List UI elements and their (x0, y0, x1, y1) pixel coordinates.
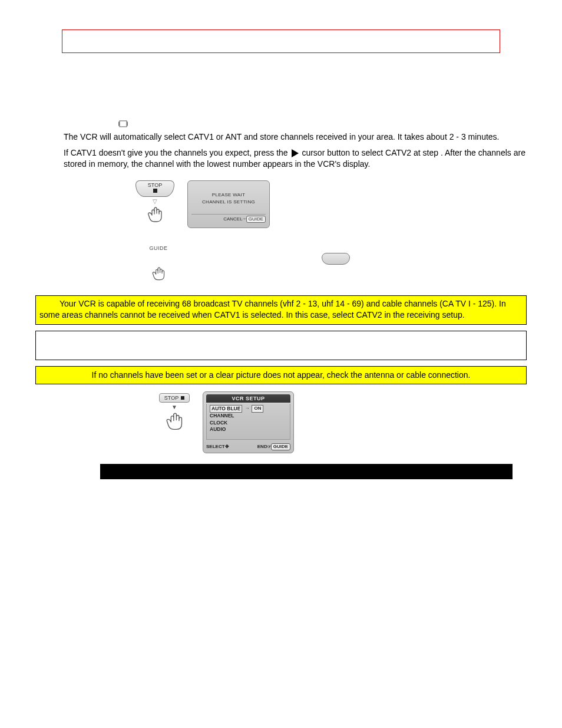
setup-row-channel: CHANNEL (209, 413, 288, 419)
svg-rect-2 (127, 122, 128, 126)
figure-row-stop-setup: STOP ▼ VCR SETUP AUTO BLUE (159, 391, 527, 454)
down-arrow-icon-2: ▼ (159, 403, 190, 411)
setup-row-autoblue: AUTO BLUE → ON (209, 405, 288, 413)
body-text-block: The VCR will automatically select CATV1 … (64, 131, 527, 170)
setup-row-audio: AUDIO (209, 426, 288, 433)
setup-row-autoblue-value: ON (252, 405, 263, 413)
cursor-right-icon (290, 148, 300, 159)
document-page: The VCR will automatically select CATV1 … (0, 0, 562, 526)
stop-button-label-2: STOP (164, 394, 178, 401)
note-yellow-1-text: Your VCR is capable of receiving 68 broa… (39, 298, 523, 321)
note-yellow-2-text: If no channels have been set or a clear … (92, 370, 471, 380)
setup-row-clock: CLOCK (209, 420, 288, 426)
lcd-divider (191, 214, 266, 215)
stop-button-icon-2: STOP (159, 393, 190, 403)
press-hand-icon-2 (151, 266, 166, 283)
note-yellow-2: If no channels have been set or a clear … (35, 366, 527, 384)
lcd-footer: CANCEL☞GUIDE (191, 216, 266, 223)
setup-footer-end: END (257, 444, 267, 449)
setup-body: AUTO BLUE → ON CHANNEL CLOCK AUDIO (206, 404, 290, 440)
svg-rect-0 (120, 121, 127, 127)
paragraph-2: If CATV1 doesn't give you the channels y… (64, 147, 527, 170)
note-empty-box (35, 331, 527, 360)
lcd-line-2: CHANNEL IS SETTING (191, 199, 266, 206)
svg-marker-3 (292, 149, 299, 157)
setup-footer-select: SELECT (206, 444, 225, 449)
stop-button-figure: STOP ▽ (135, 180, 174, 228)
stop-square-glyph (153, 189, 157, 193)
stop-square-icon (118, 120, 128, 128)
header-red-box (62, 29, 500, 53)
lcd-screen-figure: PLEASE WAIT CHANNEL IS SETTING CANCEL☞GU… (187, 180, 270, 228)
stop-square-glyph-2 (181, 396, 184, 400)
press-hand-icon-3 (164, 411, 184, 434)
down-arrow-icon: ▽ (135, 197, 174, 206)
press-hand-icon (146, 206, 164, 225)
paragraph-1: The VCR will automatically select CATV1 … (64, 131, 527, 143)
svg-rect-1 (118, 122, 120, 126)
setup-row-autoblue-label: AUTO BLUE (210, 405, 242, 413)
stop-button-figure-2: STOP ▼ (159, 391, 190, 437)
setup-title: VCR SETUP (206, 394, 290, 403)
setup-footer: SELECT✥ END☞GUIDE (206, 443, 290, 451)
lcd-footer-cancel: CANCEL (223, 216, 242, 222)
square-marker-row (118, 118, 527, 129)
footer-black-band (100, 464, 513, 479)
stop-button-label: STOP (140, 183, 170, 188)
vcr-setup-screen: VCR SETUP AUTO BLUE → ON CHANNEL CLOCK A… (203, 391, 294, 454)
guide-button-icon (322, 253, 350, 265)
note-yellow-1: Your VCR is capable of receiving 68 broa… (35, 295, 527, 325)
setup-footer-guide: GUIDE (271, 443, 290, 451)
lcd-line-1: PLEASE WAIT (191, 192, 266, 199)
guide-button-label: GUIDE (144, 245, 173, 252)
figure-row-stop-lcd: STOP ▽ PLEASE WAIT CHANNEL IS SETTING (135, 180, 527, 228)
lcd-footer-guide: GUIDE (246, 216, 266, 223)
guide-button-figure: GUIDE (144, 245, 527, 286)
paragraph-2a: If CATV1 doesn't give you the channels y… (64, 148, 290, 157)
arrow-right-icon: → (244, 406, 249, 412)
stop-button-icon: STOP (135, 180, 174, 197)
dpad-icon: ✥ (225, 444, 229, 449)
spacer (35, 77, 527, 118)
